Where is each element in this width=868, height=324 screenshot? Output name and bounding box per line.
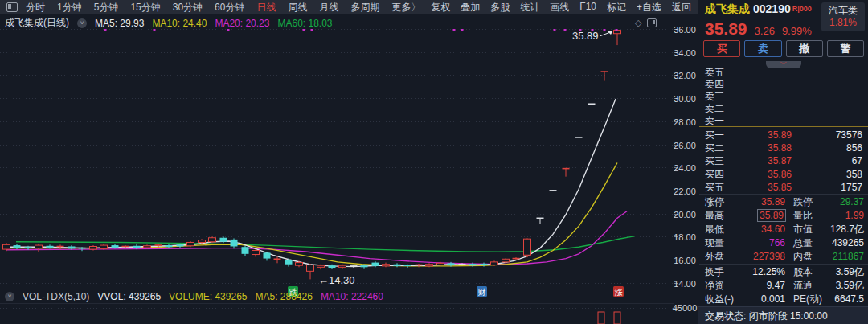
stat-row: 外盘227398内盘211867 (705, 250, 864, 264)
stat-value: 12.25% (732, 265, 785, 279)
ask-level-4[interactable]: 卖四 (705, 78, 862, 91)
level-volume: 67 (852, 154, 862, 167)
level-label: 卖四 (705, 79, 724, 90)
kline-chart[interactable]: 36.0034.0032.0030.0028.0026.0024.0022.00… (0, 0, 698, 324)
ask-level-1[interactable]: 卖一 (705, 114, 862, 127)
volume-indicator-header: ˅ VOL-TDX(5,10)VVOL: 439265VOLUME: 43926… (5, 291, 391, 302)
stat-label: 收益(-) (705, 293, 734, 306)
stat-value: 128.7亿 (830, 223, 864, 236)
candle-down (361, 265, 368, 267)
level-label: 卖二 (705, 103, 724, 114)
stat-row: 最高35.89量比1.99 (705, 209, 864, 223)
stat-label: 内盘 (793, 250, 813, 264)
bid-level-3[interactable]: 买三35.8767 (705, 154, 862, 167)
candle-up (199, 240, 206, 243)
bid-level-2[interactable]: 买二35.88856 (705, 141, 862, 154)
y-axis-label: 22.00 (674, 187, 696, 196)
bid-level-5[interactable]: 买五35.851757 (705, 181, 862, 194)
candle-up (491, 262, 498, 265)
buy-button[interactable]: 买 (703, 40, 740, 57)
stat-row: 涨停35.89跌停29.37 (705, 195, 864, 209)
candle-up (3, 244, 10, 249)
y-axis-label: 34.00 (674, 48, 696, 58)
stat-value: 3.59亿 (836, 265, 864, 279)
level-price: 35.85 (753, 181, 792, 194)
sell-button[interactable]: 卖 (744, 40, 781, 57)
candle-up (307, 265, 314, 271)
trading-app-window: 分时1分钟5分钟15分钟30分钟60分钟日线周线月线多周期更多〉 复权叠加多股统… (0, 0, 868, 324)
stat-label: 跌停 (793, 195, 813, 209)
bid-level-4[interactable]: 买四35.86358 (705, 168, 862, 181)
candle-down (285, 260, 293, 265)
candle-down (448, 263, 455, 265)
chevron-down-icon[interactable]: ˅ (77, 18, 87, 28)
ma-line-MA20 (6, 211, 627, 265)
candle-up (317, 265, 325, 267)
candle-up (524, 239, 531, 255)
stock-header: 成飞集成002190R|000 (705, 2, 812, 17)
chart-header: 成飞集成(日线) ˅ MA5: 29.93MA10: 24.40MA20: 20… (5, 16, 341, 30)
snapshot-icon[interactable] (647, 18, 657, 27)
candle-up (144, 246, 151, 248)
level-label: 买二 (705, 142, 724, 154)
chevron-down-icon[interactable]: ˅ (5, 292, 14, 301)
stat-label: 换手 (705, 265, 724, 279)
volume-bar (614, 312, 620, 324)
level-price: 35.88 (753, 141, 792, 154)
divider (699, 194, 868, 195)
stat-value: 35.89 (732, 195, 785, 209)
alert-button[interactable]: 警 (827, 40, 864, 57)
candle-down (112, 245, 119, 248)
stat-label: 外盘 (705, 250, 724, 264)
y-axis-label: 18.00 (674, 232, 696, 242)
y-axis-label: 20.00 (674, 210, 696, 219)
candle-up (209, 238, 216, 242)
stat-label: 现量 (705, 236, 724, 250)
stat-row: 现量766总量439265 (705, 236, 864, 250)
stat-value: 34.60 (732, 223, 785, 236)
ma-labels: MA5: 29.93MA10: 24.40MA20: 20.23MA60: 18… (95, 18, 341, 29)
quote-panel: 成飞集成002190R|000 汽车类 1.81% 35.893.269.99%… (698, 0, 868, 324)
ma-label: MA5: 29.93 (95, 18, 144, 29)
stat-row: 净资9.47流通3.59亿 (705, 279, 864, 293)
ask-level-2[interactable]: 卖二 (705, 102, 862, 115)
level-label: 买三 (705, 155, 724, 166)
stock-code: 002190 (753, 2, 791, 15)
candle-up (437, 263, 444, 265)
candle-up (252, 251, 260, 255)
indicator-part: VVOL: 439265 (97, 291, 161, 302)
candle-up (296, 263, 303, 266)
industry-chip[interactable]: 汽车类 1.81% (821, 2, 865, 31)
ask-level-3[interactable]: 卖三 (705, 90, 862, 103)
ma-label: MA20: 20.23 (215, 18, 269, 29)
bid-level-1[interactable]: 买一35.8973576 (705, 129, 862, 141)
ask-level-5[interactable]: 卖五 (705, 66, 862, 79)
industry-change: 1.81% (823, 17, 863, 29)
volume-axis-label: 45000 (673, 303, 698, 313)
level-price: 35.86 (753, 168, 792, 181)
y-axis-label: 28.00 (674, 117, 696, 127)
candle-up (339, 265, 346, 267)
level-label: 买一 (705, 129, 724, 141)
candle-down (166, 245, 173, 247)
level-volume: 856 (846, 141, 862, 154)
stat-value: 6647.5 (834, 293, 864, 306)
level-label: 买四 (705, 169, 724, 180)
candle-down (231, 240, 238, 247)
stat-label: 涨停 (705, 195, 724, 209)
signal-dot (604, 29, 606, 31)
candle-up (100, 245, 108, 248)
y-axis-label: 16.00 (674, 256, 696, 265)
price-change-pct: 9.99% (782, 25, 812, 37)
candle-down (14, 245, 21, 248)
indicator-part: VOL-TDX(5,10) (23, 291, 89, 302)
cancel-order-button[interactable]: 撤 (786, 40, 823, 57)
diamond-marker-icon[interactable]: ◇ (635, 18, 641, 28)
candle-down (394, 265, 401, 266)
divider (699, 264, 868, 265)
industry-name: 汽车类 (823, 5, 863, 17)
level-label: 买五 (705, 182, 724, 193)
level-price: 35.89 (753, 129, 792, 141)
indicator-part: MA5: 288426 (255, 291, 312, 302)
signal-dot (554, 29, 556, 31)
